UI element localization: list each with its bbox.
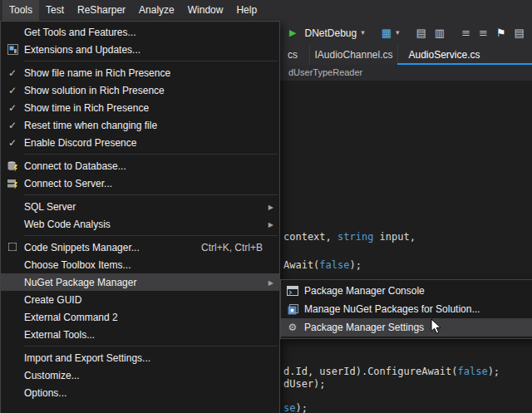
menu-item-import-export-settings[interactable]: Import and Export Settings... — [1, 349, 279, 366]
code-line: se); — [283, 402, 308, 413]
menu-item-label: Create GUID — [24, 294, 274, 306]
outdent-lines-icon[interactable]: ≡ — [479, 27, 488, 38]
code-token-keyword: se — [283, 402, 295, 413]
breadcrumb[interactable]: dUserTypeReader — [288, 65, 362, 81]
submenu-item-package-manager-settings[interactable]: ⚙ Package Manager Settings — [281, 318, 532, 337]
menu-separator — [24, 61, 278, 61]
code-line: dUser); — [283, 378, 326, 390]
code-token: Await( — [283, 259, 319, 271]
code-token: input, — [373, 231, 416, 243]
menubar-item-tools[interactable]: Tools — [2, 0, 39, 21]
comment-icon[interactable]: ▤ — [515, 27, 525, 38]
gear-icon: ⚙ — [281, 322, 304, 332]
code-token-keyword: string — [337, 231, 373, 243]
menubar: Tools Test ReSharper Analyze Window Help — [0, 0, 532, 21]
visual-studio-window: Tools Test ReSharper Analyze Window Help… — [0, 0, 532, 413]
menu-separator — [24, 346, 278, 347]
check-icon: ✓ — [1, 138, 24, 148]
menu-item-choose-toolbox-items[interactable]: Choose Toolbox Items... — [1, 256, 279, 273]
menu-item-external-tools[interactable]: External Tools... — [1, 326, 279, 343]
mouse-cursor — [431, 318, 442, 335]
menu-item-nuget-package-manager[interactable]: NuGet Package Manager ▶ — [1, 273, 279, 291]
menu-item-show-file-name-rich-presence[interactable]: ✓ Show file name in Rich Presence — [1, 64, 279, 81]
menubar-item-analyze[interactable]: Analyze — [132, 0, 181, 21]
code-line: Await(false); — [283, 259, 362, 271]
menu-item-web-code-analysis[interactable]: Web Code Analysis ▶ — [1, 215, 279, 233]
menu-item-reset-time-when-changing-file[interactable]: ✓ Reset time when changing file — [1, 116, 279, 134]
menu-item-sql-server[interactable]: SQL Server ▶ — [1, 198, 279, 215]
menu-separator — [24, 194, 278, 195]
run-configuration-label[interactable]: DNetDebug — [304, 27, 357, 39]
run-configuration-caret-icon[interactable]: ▾ — [361, 29, 365, 37]
menubar-item-help[interactable]: Help — [229, 0, 264, 21]
start-debug-icon[interactable]: ▶ — [289, 28, 296, 37]
menu-item-label: Show file name in Rich Presence — [24, 67, 274, 79]
submenu-item-label: Package Manager Console — [304, 285, 532, 297]
menu-separator — [24, 154, 278, 155]
menu-item-label: SQL Server — [24, 201, 274, 213]
indent-lines-icon[interactable]: ≡ — [461, 27, 470, 38]
menu-item-connect-to-server[interactable]: Connect to Server... — [1, 175, 279, 192]
menu-item-external-command-2[interactable]: External Command 2 — [1, 308, 279, 326]
code-line: d.Id, userId).ConfigureAwait(false); — [283, 366, 500, 377]
database-icon — [1, 160, 24, 172]
check-icon: ✓ — [1, 103, 24, 113]
code-token: ); — [488, 366, 500, 377]
menu-item-enable-discord-presence[interactable]: ✓ Enable Discord Presence — [1, 134, 279, 151]
menu-item-label: Reset time when changing file — [24, 120, 274, 131]
menu-item-label: Show solution in Rich Presence — [24, 85, 274, 96]
code-line: context, string input, — [283, 231, 416, 243]
code-token: d.Id, userId).ConfigureAwait( — [283, 366, 458, 377]
submenu-item-package-manager-console[interactable]: Package Manager Console — [281, 282, 532, 300]
menu-item-label: NuGet Package Manager — [24, 277, 274, 288]
tools-menu: Get Tools and Features... Extensions and… — [0, 21, 280, 413]
menu-item-label: Choose Toolbox Items... — [24, 259, 274, 271]
tab-iaudiochannel[interactable]: IAudioChannel.cs — [309, 45, 397, 65]
active-tab-underline — [397, 63, 532, 65]
server-icon — [1, 178, 24, 189]
bookmark-icon[interactable]: ⚑ — [496, 27, 506, 38]
menu-item-code-snippets-manager[interactable]: Code Snippets Manager... Ctrl+K, Ctrl+B — [1, 238, 279, 256]
menubar-item-test[interactable]: Test — [39, 0, 71, 21]
menu-item-create-guid[interactable]: Create GUID — [1, 291, 279, 308]
code-token-keyword: false — [458, 366, 488, 377]
submenu-arrow-icon: ▶ — [268, 220, 273, 228]
check-icon: ✓ — [1, 68, 24, 78]
menubar-item-window[interactable]: Window — [181, 0, 230, 21]
open-pane-icon[interactable]: ▤ — [416, 27, 426, 38]
menu-item-show-solution-rich-presence[interactable]: ✓ Show solution in Rich Presence — [1, 81, 279, 99]
nuget-submenu: Package Manager Console Manage NuGet Pac… — [280, 279, 532, 339]
submenu-item-label: Package Manager Settings — [304, 322, 532, 333]
menu-item-label: Enable Discord Presence — [24, 137, 274, 149]
menu-item-label: Options... — [24, 387, 274, 399]
submenu-item-manage-nuget-packages[interactable]: Manage NuGet Packages for Solution... — [281, 300, 532, 318]
attach-caret-icon[interactable]: ▾ — [396, 29, 400, 37]
menu-item-label: Code Snippets Manager... — [24, 242, 201, 253]
menu-item-label: Show time in Rich Presence — [24, 102, 274, 114]
code-token: ); — [295, 402, 307, 413]
code-token-keyword: false — [319, 259, 349, 271]
tab-audioservice[interactable]: AudioService.cs — [397, 45, 490, 65]
menu-item-extensions-and-updates[interactable]: Extensions and Updates... — [1, 41, 279, 58]
code-token: context, — [283, 231, 337, 243]
menu-item-label: Web Code Analysis — [24, 219, 274, 230]
menubar-item-resharper[interactable]: ReSharper — [71, 0, 132, 21]
menu-item-label: External Command 2 — [24, 312, 274, 323]
split-pane-icon[interactable]: ▥ — [435, 27, 445, 38]
submenu-item-label: Manage NuGet Packages for Solution... — [304, 303, 532, 315]
code-token: ); — [349, 259, 361, 271]
menu-separator — [24, 235, 278, 236]
check-icon: ✓ — [1, 86, 24, 96]
menu-item-options[interactable]: Options... — [1, 384, 279, 401]
menu-item-connect-to-database[interactable]: Connect to Database... — [1, 157, 279, 175]
extensions-icon — [1, 44, 24, 55]
submenu-arrow-icon: ▶ — [268, 203, 273, 210]
menu-item-customize[interactable]: Customize... — [1, 366, 279, 384]
menu-item-show-time-rich-presence[interactable]: ✓ Show time in Rich Presence — [1, 99, 279, 116]
menu-item-shortcut: Ctrl+K, Ctrl+B — [201, 242, 263, 253]
menu-item-label: Connect to Server... — [24, 178, 274, 189]
check-icon: ✓ — [1, 120, 24, 130]
menu-item-get-tools-and-features[interactable]: Get Tools and Features... — [1, 23, 279, 41]
attach-process-icon[interactable]: ▦ — [382, 27, 392, 38]
menu-item-label: Connect to Database... — [24, 160, 274, 172]
